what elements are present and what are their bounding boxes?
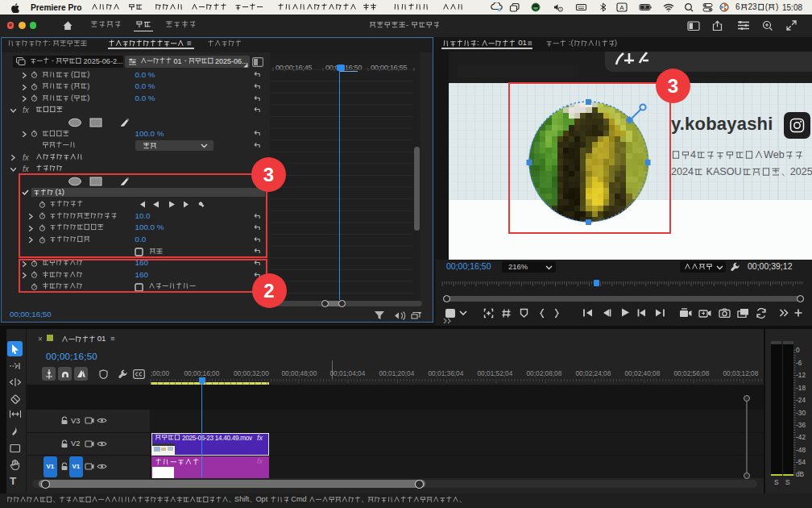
svg-text:1: 1 bbox=[559, 7, 561, 10]
svg-text:A: A bbox=[619, 4, 624, 11]
